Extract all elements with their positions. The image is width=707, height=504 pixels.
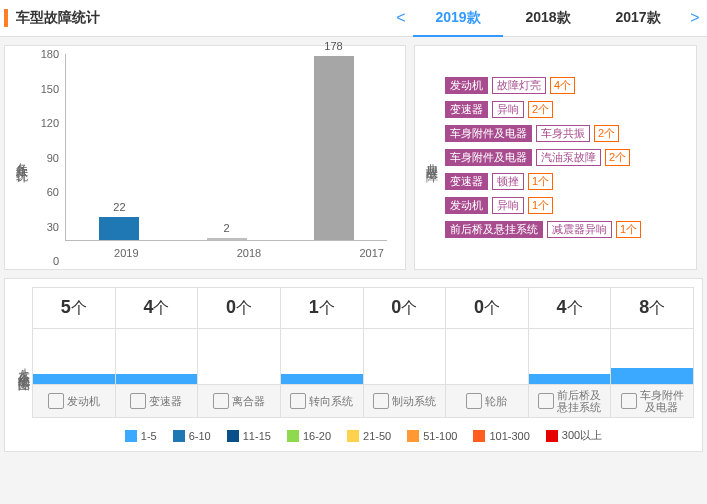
system-name: 前后桥及 悬挂系统	[557, 389, 601, 413]
bar-2019: 22	[99, 217, 139, 240]
legend-label: 300以上	[562, 428, 602, 443]
tabs-next-arrow[interactable]: >	[683, 9, 707, 27]
legend-item: 101-300	[473, 428, 529, 443]
y-tick: 120	[29, 117, 59, 129]
typical-faults-label: 典型故障	[423, 54, 439, 261]
typical-faults-panel: 典型故障 发动机故障灯亮4个变速器异响2个车身附件及电器车身共振2个车身附件及电…	[414, 45, 697, 270]
system-name: 变速器	[149, 395, 182, 407]
fault-row[interactable]: 车身附件及电器汽油泵故障2个	[445, 149, 688, 166]
fault-count: 1个	[616, 221, 641, 238]
y-tick: 180	[29, 48, 59, 60]
system-bar-cell	[32, 328, 116, 385]
bar-value-label: 22	[99, 201, 139, 213]
fault-category-tag: 发动机	[445, 197, 488, 214]
system-count-cell: 0个	[363, 287, 447, 329]
legend-swatch	[125, 430, 137, 442]
system-label-cell[interactable]: 轮胎	[445, 384, 529, 418]
page-title: 车型故障统计	[16, 9, 100, 27]
legend-item: 1-5	[125, 428, 157, 443]
fault-count: 2个	[528, 101, 553, 118]
fault-issue-tag: 异响	[492, 101, 524, 118]
fault-row[interactable]: 前后桥及悬挂系统减震器异响1个	[445, 221, 688, 238]
system-name: 离合器	[232, 395, 265, 407]
system-icon	[290, 393, 306, 409]
legend-swatch	[227, 430, 239, 442]
legend-label: 16-20	[303, 430, 331, 442]
system-icon	[466, 393, 482, 409]
legend-label: 11-15	[243, 430, 271, 442]
tabs-prev-arrow[interactable]: <	[389, 9, 413, 27]
system-icon	[538, 393, 554, 409]
system-bar-cell	[528, 328, 612, 385]
legend-label: 21-50	[363, 430, 391, 442]
system-name: 转向系统	[309, 395, 353, 407]
fault-issue-tag: 减震器异响	[547, 221, 612, 238]
legend-swatch	[173, 430, 185, 442]
system-icon	[48, 393, 64, 409]
legend-item: 300以上	[546, 428, 602, 443]
system-label-cell[interactable]: 变速器	[115, 384, 199, 418]
fault-row[interactable]: 发动机异响1个	[445, 197, 688, 214]
header: 车型故障统计 < 2019款2018款2017款 >	[0, 0, 707, 37]
fault-category-tag: 变速器	[445, 101, 488, 118]
system-icon	[130, 393, 146, 409]
fault-category-tag: 变速器	[445, 173, 488, 190]
legend-item: 6-10	[173, 428, 211, 443]
fault-category-tag: 前后桥及悬挂系统	[445, 221, 543, 238]
tab-2017款[interactable]: 2017款	[593, 0, 683, 35]
legend-swatch	[473, 430, 485, 442]
y-tick: 0	[29, 255, 59, 267]
system-name: 发动机	[67, 395, 100, 407]
system-label-cell[interactable]: 前后桥及 悬挂系统	[528, 384, 612, 418]
system-bar-cell	[197, 328, 281, 385]
legend-item: 51-100	[407, 428, 457, 443]
fault-row[interactable]: 变速器异响2个	[445, 101, 688, 118]
yearly-bar-chart: 222178 0306090120150180201920182017	[29, 54, 397, 261]
legend-item: 21-50	[347, 428, 391, 443]
y-tick: 30	[29, 221, 59, 233]
fault-issue-tag: 顿挫	[492, 173, 524, 190]
legend-item: 11-15	[227, 428, 271, 443]
system-icon	[213, 393, 229, 409]
system-count-cell: 5个	[32, 287, 116, 329]
systems-label: 八大系统故障图	[13, 287, 33, 443]
system-name: 制动系统	[392, 395, 436, 407]
fault-category-tag: 车身附件及电器	[445, 149, 532, 166]
tab-2019款[interactable]: 2019款	[413, 0, 503, 37]
legend-label: 101-300	[489, 430, 529, 442]
year-tabs: 2019款2018款2017款	[413, 0, 683, 37]
fault-row[interactable]: 车身附件及电器车身共振2个	[445, 125, 688, 142]
system-name: 轮胎	[485, 395, 507, 407]
system-bar-cell	[363, 328, 447, 385]
fault-count: 1个	[528, 197, 553, 214]
bar-value-label: 2	[207, 222, 247, 234]
tab-2018款[interactable]: 2018款	[503, 0, 593, 35]
x-tick: 2018	[229, 247, 269, 259]
fault-count: 4个	[550, 77, 575, 94]
fault-row[interactable]: 发动机故障灯亮4个	[445, 77, 688, 94]
system-label-cell[interactable]: 转向系统	[280, 384, 364, 418]
system-label-cell[interactable]: 车身附件 及电器	[610, 384, 694, 418]
system-label-cell[interactable]: 发动机	[32, 384, 116, 418]
y-tick: 60	[29, 186, 59, 198]
yearly-stats-label: 各年款统计	[13, 54, 29, 261]
system-bar-cell	[610, 328, 694, 385]
fault-count: 1个	[528, 173, 553, 190]
system-label-cell[interactable]: 制动系统	[363, 384, 447, 418]
systems-panel: 八大系统故障图 5个4个0个1个0个0个4个8个发动机变速器离合器转向系统制动系…	[4, 278, 703, 452]
bar-value-label: 178	[314, 40, 354, 52]
system-icon	[621, 393, 637, 409]
system-icon	[373, 393, 389, 409]
fault-issue-tag: 车身共振	[536, 125, 590, 142]
system-label-cell[interactable]: 离合器	[197, 384, 281, 418]
system-bar-cell	[445, 328, 529, 385]
system-count-cell: 4个	[115, 287, 199, 329]
fault-count: 2个	[605, 149, 630, 166]
legend-label: 51-100	[423, 430, 457, 442]
legend: 1-56-1011-1516-2021-5051-100101-300300以上	[33, 428, 694, 443]
fault-issue-tag: 异响	[492, 197, 524, 214]
system-bar-cell	[280, 328, 364, 385]
header-accent	[4, 9, 8, 27]
fault-row[interactable]: 变速器顿挫1个	[445, 173, 688, 190]
system-name: 车身附件 及电器	[640, 389, 684, 413]
